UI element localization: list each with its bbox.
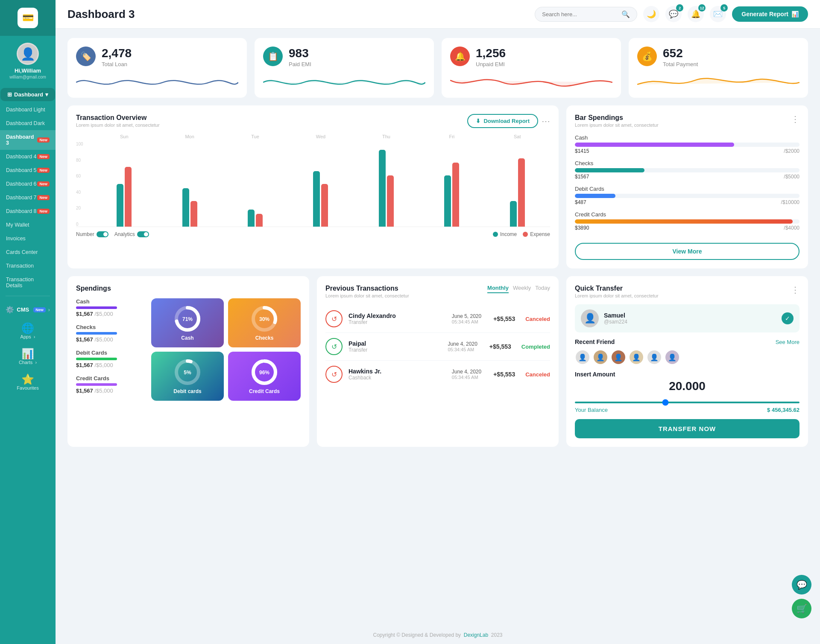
unpaid-emi-icon: 🔔 [450, 47, 470, 66]
number-toggle[interactable] [97, 231, 108, 237]
day-label-sat: Sat [485, 134, 550, 139]
y-label-0: 0 [76, 222, 83, 227]
cms-label: CMS [17, 306, 29, 313]
bar-group-tue [223, 210, 288, 227]
trans-name-cindy: Cindy Alexandro [348, 312, 396, 319]
friend-avatar-4[interactable]: 👤 [629, 350, 644, 365]
y-label-40: 40 [76, 190, 83, 195]
tab-monthly[interactable]: Monthly [487, 285, 509, 293]
spending-cash-name: Cash [76, 298, 144, 305]
tab-weekly[interactable]: Weekly [513, 285, 531, 293]
analytics-toggle[interactable] [137, 231, 149, 237]
transfer-now-button[interactable]: TRANSFER NOW [575, 419, 800, 438]
search-box[interactable]: 🔍 [535, 7, 637, 22]
stat-card-info: 652 Total Payment [663, 47, 698, 67]
page-title: Dashboard 3 [67, 8, 135, 21]
credit-bar [76, 383, 117, 386]
search-input[interactable] [542, 11, 618, 17]
debit-values: $487 /$10000 [575, 199, 800, 205]
checks-bar [76, 332, 117, 335]
sidebar-item-dashboard5[interactable]: Dashboard 5 New [0, 163, 56, 177]
donut-checks: 30% Checks [228, 298, 301, 347]
unpaid-emi-label: Unpaid EMI [476, 61, 506, 67]
footer: Copyright © Designed & Developed by Dexi… [56, 626, 820, 644]
sidebar-item-mywallet[interactable]: My Wallet [0, 218, 56, 232]
view-more-button[interactable]: View More [575, 243, 800, 260]
sidebar-item-dashboard4[interactable]: Dashboard 4 New [0, 150, 56, 163]
sidebar-item-invoices[interactable]: Invoices [0, 232, 56, 245]
bell-btn[interactable]: 🔔 12 [688, 6, 704, 22]
sidebar-item-dashboard3[interactable]: Dashboard 3 New [0, 130, 56, 150]
friend-avatar-1[interactable]: 👤 [575, 350, 590, 365]
chat-btn[interactable]: 💬 2 [665, 6, 682, 22]
total-loan-number: 2,478 [102, 47, 132, 60]
bell-icon: 🔔 [691, 9, 700, 19]
day-label-mon: Mon [157, 134, 222, 139]
bar-thu-coral [387, 175, 394, 227]
badge-new: New [37, 195, 50, 200]
more-options-button[interactable]: ⋯ [542, 116, 550, 126]
see-more-link[interactable]: See More [776, 339, 800, 345]
cart-float-btn[interactable]: 🛒 [792, 599, 811, 618]
download-report-button[interactable]: ⬇ Download Report [467, 114, 538, 128]
trans-name-hawkins: Hawkins Jr. [348, 368, 381, 375]
bar-wed-coral [321, 184, 328, 227]
charts-icon: 📊 [21, 348, 34, 360]
sidebar-item-charts[interactable]: 📊 Charts › [0, 344, 56, 369]
sidebar-item-label: Cards Center [6, 249, 38, 255]
sidebar-icon-section: ⚙️ CMS New › 🌐 Apps › 📊 Charts › ⭐ Favou… [0, 301, 56, 395]
qt-check-icon: ✓ [782, 312, 794, 324]
sidebar-item-transaction[interactable]: Transaction [0, 259, 56, 273]
friend-avatar-3[interactable]: 👤 [611, 350, 626, 365]
sidebar-item-transactiondetails[interactable]: Transaction Details [0, 273, 56, 292]
grid-icon: ⊞ [7, 91, 12, 98]
bar-group-thu [354, 150, 419, 227]
stat-card-top: 📋 983 Paid EMI [263, 47, 425, 67]
day-label-fri: Fri [419, 134, 484, 139]
friend-avatar-6[interactable]: 👤 [665, 350, 680, 365]
debit-max-val: /$5,000 [94, 362, 113, 368]
sidebar-item-cms[interactable]: ⚙️ CMS New › [0, 301, 56, 318]
stat-card-info: 1,256 Unpaid EMI [476, 47, 506, 67]
support-float-btn[interactable]: 💬 [792, 575, 811, 594]
trans-row-paipal: ↺ Paipal Transfer June 4, 2020 05:34:45 … [325, 333, 550, 361]
sidebar-item-cardscenter[interactable]: Cards Center [0, 245, 56, 259]
message-btn[interactable]: ✉️ 5 [710, 6, 726, 22]
legend-income: Income [493, 231, 517, 237]
qt-more-btn[interactable]: ⋮ [791, 285, 800, 295]
sidebar-item-dashboard6[interactable]: Dashboard 6 New [0, 177, 56, 191]
checks-fill [575, 168, 644, 172]
bar-fri-coral [452, 163, 459, 227]
transfer-btn-label: TRANSFER NOW [659, 425, 716, 432]
checks-amount: $1567 [575, 174, 589, 180]
dashboard-dropdown-btn[interactable]: ⊞ Dashboard ▾ [0, 88, 55, 101]
sidebar-item-dashboard8[interactable]: Dashboard 8 New [0, 204, 56, 218]
day-label-thu: Thu [354, 134, 419, 139]
bar-spendings-more-btn[interactable]: ⋮ [791, 114, 800, 124]
moon-icon: 🌙 [647, 9, 656, 19]
balance-label: Your Balance [575, 407, 608, 413]
sidebar-item-dashboard-dark[interactable]: Dashboard Dark [0, 117, 56, 130]
moon-btn[interactable]: 🌙 [643, 6, 659, 22]
sidebar-item-apps[interactable]: 🌐 Apps › [0, 318, 56, 344]
day-label-sun: Sun [91, 134, 157, 139]
stat-card-unpaid-emi: 🔔 1,256 Unpaid EMI [442, 38, 621, 98]
debit-fill [575, 194, 615, 198]
unpaid-emi-number: 1,256 [476, 47, 506, 60]
donut-checks-label: Checks [255, 335, 274, 341]
sidebar-item-favourites[interactable]: ⭐ Favourites [0, 369, 56, 395]
sidebar-divider [6, 296, 50, 296]
sidebar-item-dashboard7[interactable]: Dashboard 7 New [0, 191, 56, 204]
sidebar-item-dashboard-light[interactable]: Dashboard Light [0, 103, 56, 117]
generate-report-button[interactable]: Generate Report 📊 [732, 6, 808, 22]
badge-new: New [37, 168, 50, 173]
bar-fri-teal [444, 175, 451, 227]
spending-checks-amount: $1,567 /$5,000 [76, 336, 144, 343]
amount-slider[interactable] [575, 402, 800, 403]
friend-avatar-5[interactable]: 👤 [647, 350, 662, 365]
total-loan-icon: 🏷️ [76, 47, 96, 66]
footer-brand-link[interactable]: DexignLab [464, 632, 488, 638]
trans-icon-cindy: ↺ [325, 310, 343, 327]
tab-today[interactable]: Today [535, 285, 550, 293]
friend-avatar-2[interactable]: 👤 [593, 350, 608, 365]
